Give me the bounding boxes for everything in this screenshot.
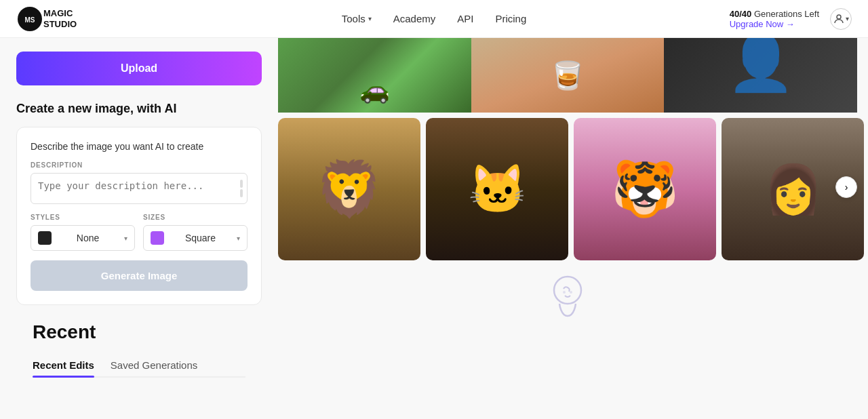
top-image-person [664, 38, 857, 113]
nav-academy[interactable]: Academy [393, 13, 436, 24]
create-card-description: Describe the image you want AI to create [31, 141, 248, 152]
upload-button[interactable]: Upload [16, 52, 262, 85]
create-section: Create a new image, with AI Describe the… [16, 102, 262, 305]
svg-point-2 [837, 15, 841, 19]
styles-label: STYLES [31, 214, 135, 221]
gallery-image-tiger: 🐯 [574, 118, 716, 260]
main-content: Upload Create a new image, with AI Descr… [0, 38, 868, 419]
chevron-down-icon: ▾ [237, 235, 240, 242]
top-images-row [278, 38, 857, 113]
recent-section: Recent Recent Edits Saved Generations [16, 305, 262, 378]
logo-icon: MS [16, 5, 43, 33]
header: MS MAGIC STUDIO Tools ▾ Academy API Pric… [0, 0, 868, 38]
right-panel: 🦁 🐱 🐯 👩 › [278, 38, 868, 419]
styles-swatch [38, 231, 52, 245]
sizes-label: SIZES [143, 214, 248, 221]
chevron-down-icon: ▾ [846, 15, 849, 22]
scroll-indicator [240, 180, 243, 197]
gallery-image-cat: 🐱 [426, 118, 568, 260]
generations-label: Generations Left [754, 9, 819, 19]
gallery-next-button[interactable]: › [835, 176, 857, 198]
sizes-selector[interactable]: Square ▾ [143, 225, 248, 251]
sizes-swatch [151, 231, 164, 245]
styles-selector[interactable]: None ▾ [31, 225, 135, 251]
user-account-icon[interactable]: ▾ [830, 8, 852, 30]
logo-text: MAGIC STUDIO [43, 8, 77, 29]
main-nav: Tools ▾ Academy API Pricing [342, 13, 527, 24]
description-input-wrap [31, 173, 248, 204]
generations-count: 40/40 [730, 9, 752, 19]
gallery-row: 🦁 🐱 🐯 👩 › [278, 113, 857, 262]
nav-pricing[interactable]: Pricing [495, 13, 526, 24]
create-card: Describe the image you want AI to create… [16, 127, 262, 305]
logo: MS MAGIC STUDIO [16, 5, 77, 33]
chevron-down-icon: ▾ [124, 235, 127, 242]
header-right: 40/40 Generations Left Upgrade Now → ▾ [730, 8, 852, 30]
recent-title: Recent [33, 321, 245, 343]
svg-point-4 [563, 291, 566, 294]
nav-tools[interactable]: Tools ▾ [342, 13, 372, 24]
chevron-down-icon: ▾ [368, 15, 372, 22]
top-image-whiskey [471, 38, 665, 113]
top-image-cars [278, 38, 471, 113]
left-panel: Upload Create a new image, with AI Descr… [0, 38, 278, 419]
nav-api[interactable]: API [457, 13, 473, 24]
gallery-image-lions: 🦁 [278, 118, 420, 260]
svg-point-3 [554, 277, 581, 304]
styles-group: STYLES None ▾ [31, 214, 135, 251]
selectors-row: STYLES None ▾ SIZES Square ▾ [31, 214, 248, 251]
tabs: Recent Edits Saved Generations [33, 354, 245, 378]
create-section-title: Create a new image, with AI [16, 102, 262, 116]
upgrade-link[interactable]: Upgrade Now → [730, 19, 819, 29]
sizes-value: Square [170, 233, 231, 243]
recent-content-area [278, 262, 857, 323]
generations-info: 40/40 Generations Left Upgrade Now → [730, 9, 819, 29]
svg-text:MS: MS [25, 16, 35, 23]
sizes-group: SIZES Square ▾ [143, 214, 248, 251]
chevron-right-icon: › [845, 182, 848, 193]
generate-button[interactable]: Generate Image [31, 260, 248, 291]
description-label: DESCRIPTION [31, 161, 248, 169]
description-input[interactable] [31, 174, 247, 201]
sketch-placeholder-icon [540, 268, 595, 323]
tab-recent-edits[interactable]: Recent Edits [33, 354, 94, 376]
svg-point-5 [570, 291, 572, 294]
tab-saved-generations[interactable]: Saved Generations [111, 354, 197, 376]
styles-value: None [57, 233, 119, 243]
